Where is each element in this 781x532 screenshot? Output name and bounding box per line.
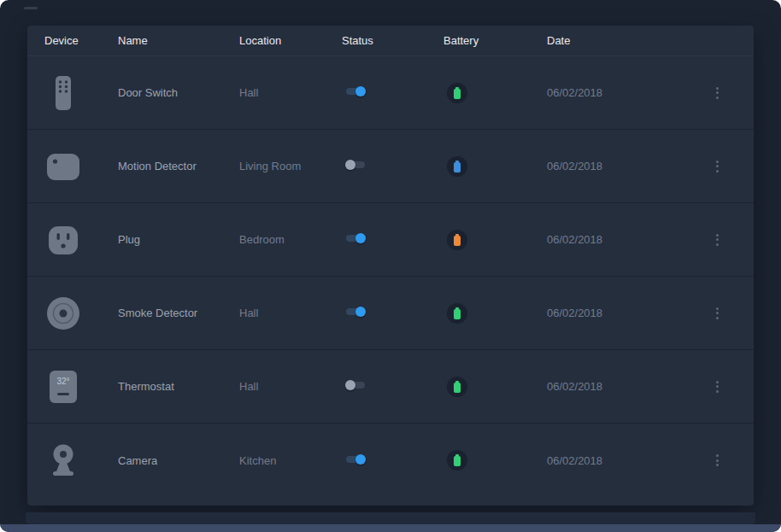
battery-indicator — [447, 377, 467, 397]
table-row: Door Switch Hall 06/02/2018 — [27, 56, 754, 130]
battery-indicator — [447, 156, 467, 177]
plug-icon — [44, 221, 82, 259]
remote-icon — [44, 74, 82, 112]
top-accent — [24, 7, 38, 9]
status-toggle[interactable] — [346, 454, 365, 465]
column-header-battery: Battery — [443, 34, 547, 47]
device-location: Hall — [239, 380, 342, 393]
device-name: Door Switch — [118, 86, 239, 99]
device-icon-cell — [44, 74, 118, 112]
status-toggle[interactable] — [346, 233, 365, 243]
status-toggle[interactable] — [346, 380, 365, 390]
device-location: Bedroom — [239, 233, 342, 246]
status-toggle[interactable] — [346, 86, 365, 96]
table-row: 32° Thermostat Hall 06/02/2018 — [27, 350, 754, 424]
column-header-status: Status — [342, 34, 443, 47]
status-toggle[interactable] — [346, 160, 365, 170]
device-date: 06/02/2018 — [547, 86, 702, 99]
device-name: Motion Detector — [118, 160, 239, 172]
motion-sensor-icon — [44, 148, 82, 185]
table-row: Smoke Detector Hall 06/02/2018 — [27, 277, 754, 350]
device-date: 06/02/2018 — [547, 454, 702, 467]
table-header: Device Name Location Status Battery Date — [27, 26, 754, 56]
device-date: 06/02/2018 — [547, 233, 702, 246]
kebab-menu-icon[interactable] — [713, 377, 722, 396]
device-icon-cell — [44, 295, 118, 332]
device-location: Kitchen — [239, 454, 342, 467]
kebab-menu-icon[interactable] — [713, 84, 722, 102]
table-row: Motion Detector Living Room 06/02/2018 — [27, 130, 754, 203]
device-name: Camera — [118, 454, 239, 467]
device-date: 06/02/2018 — [547, 307, 702, 319]
table-row: Plug Bedroom 06/02/2018 — [27, 203, 754, 277]
table-row: Camera Kitchen 06/02/2018 — [27, 424, 754, 497]
battery-indicator — [447, 303, 467, 324]
stacked-card-edge — [26, 512, 755, 524]
kebab-menu-icon[interactable] — [713, 451, 722, 470]
device-icon-cell — [44, 441, 118, 479]
kebab-menu-icon[interactable] — [713, 157, 722, 176]
device-location: Living Room — [239, 160, 342, 172]
kebab-menu-icon[interactable] — [713, 231, 722, 249]
battery-indicator — [447, 450, 467, 471]
device-name: Smoke Detector — [118, 307, 239, 319]
svg-text:32°: 32° — [56, 377, 69, 386]
device-date: 06/02/2018 — [547, 160, 702, 172]
column-header-name: Name — [118, 34, 239, 47]
device-location: Hall — [239, 86, 342, 99]
device-icon-cell: 32° — [44, 368, 118, 406]
column-header-device: Device — [44, 34, 118, 47]
device-icon-cell — [44, 148, 118, 185]
device-name: Thermostat — [118, 380, 239, 393]
thermostat-icon: 32° — [44, 368, 82, 406]
smoke-detector-icon — [44, 295, 82, 332]
device-name: Plug — [118, 233, 239, 246]
camera-icon — [44, 441, 82, 479]
bottom-accent-bar — [0, 524, 781, 532]
device-location: Hall — [239, 307, 342, 319]
battery-indicator — [447, 230, 467, 250]
battery-indicator — [447, 83, 467, 103]
column-header-location: Location — [239, 34, 342, 47]
status-toggle[interactable] — [346, 307, 365, 317]
device-table-card: Device Name Location Status Battery Date… — [27, 26, 754, 506]
column-header-date: Date — [547, 34, 702, 47]
device-icon-cell — [44, 221, 118, 259]
device-date: 06/02/2018 — [547, 380, 702, 393]
kebab-menu-icon[interactable] — [713, 304, 722, 323]
